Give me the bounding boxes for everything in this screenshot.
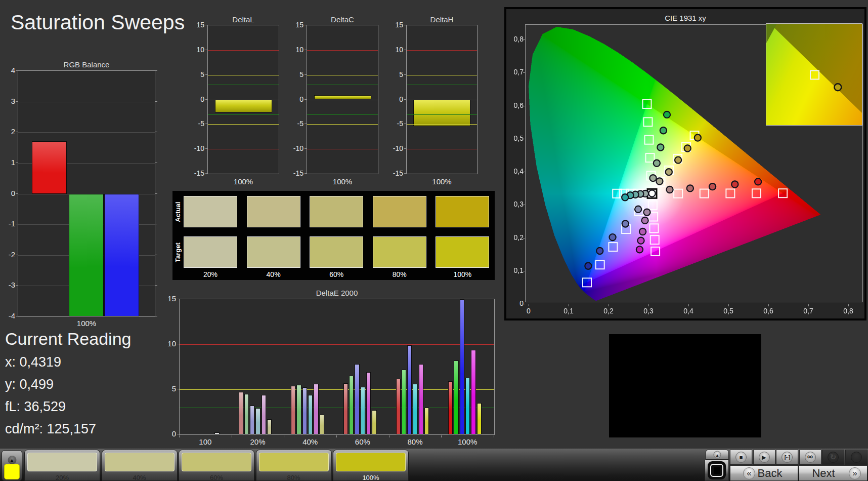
deltae-bar-60%-green: [349, 376, 354, 434]
deltae-bar-100%-blue: [460, 299, 464, 434]
deltae-bar-60%-cyan: [361, 387, 365, 434]
cie-x-tick: [848, 304, 849, 306]
current-reading-fl: fL: 36,529: [5, 399, 131, 415]
controls-up-arrow-button[interactable]: ▲: [706, 450, 729, 460]
y-tick-label: 15: [290, 21, 303, 29]
y-tick: [155, 255, 157, 255]
rgb-bar-blue: [104, 194, 139, 317]
pattern-swatch: [182, 453, 251, 471]
measured-magenta-20: [643, 209, 650, 216]
next-chevron-icon: »: [849, 467, 861, 479]
target-magenta-100: [651, 247, 660, 256]
y-tick: [404, 173, 406, 174]
y-tick-label: 0: [191, 96, 204, 103]
cie-y-tick: [523, 304, 525, 304]
y-tick-label: -10: [290, 145, 303, 152]
measured-red-40: [687, 185, 693, 191]
y-tick: [16, 132, 18, 132]
deltae-bar-20%-blue: [250, 406, 254, 434]
swatch-actual-40%: [247, 196, 300, 227]
deltae-chart: [179, 299, 495, 435]
y-tick-label: 0: [290, 96, 303, 103]
transport-marker-button[interactable]: [··]: [776, 450, 798, 465]
delta-x-label: 100%: [307, 177, 378, 186]
back-label: Back: [747, 467, 793, 480]
y-tick-label: -15: [191, 170, 204, 177]
y-tick-label: -5: [191, 120, 204, 128]
y-tick: [205, 74, 207, 75]
deltae-bar-60%-yellow: [372, 410, 376, 434]
measured-yellow-100: [695, 134, 701, 141]
cie-zoom-inset: [766, 23, 862, 126]
pattern-button-label: 40%: [102, 474, 177, 481]
swatch-col-label: 20%: [184, 270, 237, 278]
measured-yellow-80: [684, 145, 691, 151]
next-label: Next: [800, 467, 847, 480]
cie-y-label: 0,8: [507, 35, 524, 43]
measured-green-80: [660, 127, 667, 134]
target-red-60: [726, 189, 734, 197]
swatch-col-label: 100%: [436, 270, 489, 278]
pattern-button-40%[interactable]: 40%: [102, 450, 178, 481]
pattern-button-80%[interactable]: 80%: [256, 450, 332, 481]
deltae-bar-100%-green: [454, 360, 458, 434]
target-magenta-80: [650, 235, 659, 244]
transport-stop-button[interactable]: ■: [730, 450, 752, 465]
y-tick-label: 15: [191, 21, 204, 29]
y-tick-label: 1: [3, 158, 15, 166]
transport-loop-button[interactable]: ∞: [799, 450, 821, 465]
gridline: [18, 132, 155, 133]
up-arrow-icon: ▲: [714, 451, 721, 459]
next-button[interactable]: Next »: [799, 465, 867, 481]
measured-green-20: [649, 175, 656, 181]
deltae-bar-20%-yellow: [267, 419, 272, 434]
y-tick: [305, 50, 307, 50]
cie-x-label: 0,3: [638, 307, 659, 315]
y-tick-label: -10: [390, 145, 403, 152]
pattern-window-button[interactable]: [705, 460, 729, 481]
measured-yellow-20: [656, 178, 663, 184]
y-tick: [305, 148, 307, 149]
cie-y-tick: [523, 72, 525, 73]
swatch-comparison-panel: ActualTarget20%40%60%80%100%: [172, 191, 495, 280]
deltae-bar-80%-yellow: [424, 408, 429, 434]
deltae-bar-20%-magenta: [262, 395, 266, 434]
deltae-bar-80%-red: [396, 379, 401, 434]
pattern-tile[interactable]: ▲: [2, 450, 22, 481]
swatch-col-label: 40%: [247, 270, 300, 278]
limit-line: [407, 50, 477, 51]
limit-line: [180, 344, 494, 345]
y-tick-label: -1: [3, 220, 15, 227]
deltae-bar-40%-magenta: [314, 384, 318, 434]
pattern-swatch: [336, 453, 406, 471]
deltae-bar-100%-red: [448, 381, 453, 434]
active-pattern-swatch[interactable]: [4, 464, 20, 479]
swatch-col-label: 60%: [310, 270, 363, 278]
deltae-bar-100-yellow: [214, 432, 219, 434]
y-tick-label: 15: [163, 295, 176, 302]
transport-play-button[interactable]: ▶: [753, 450, 775, 465]
pattern-button-100%[interactable]: 100%: [333, 450, 409, 481]
inset-markers: [766, 24, 862, 125]
x-tick: [441, 435, 442, 437]
target-blue-60: [609, 243, 617, 251]
target-green-60: [645, 136, 654, 144]
cie-y-label: 0,5: [507, 135, 524, 142]
y-tick-label: 10: [390, 46, 403, 54]
limit-line: [208, 114, 279, 115]
swatch-actual-60%: [310, 196, 363, 227]
pattern-button-60%[interactable]: 60%: [179, 450, 254, 481]
cie-y-tick: [523, 139, 525, 139]
back-button[interactable]: « Back: [730, 465, 798, 481]
cie-x-tick: [728, 304, 729, 306]
limit-line: [208, 50, 279, 51]
y-tick-label: -3: [3, 281, 15, 289]
refresh-icon: ↻: [828, 452, 839, 463]
pattern-button-20%[interactable]: 20%: [24, 450, 100, 481]
tile-up-arrow-icon[interactable]: ▲: [8, 456, 16, 464]
cie-x-label: 0,6: [758, 307, 778, 315]
limit-line: [307, 75, 378, 75]
cie-x-label: 0: [518, 307, 539, 315]
swatch-target-40%: [247, 236, 300, 268]
y-tick-label: 0: [390, 96, 403, 103]
